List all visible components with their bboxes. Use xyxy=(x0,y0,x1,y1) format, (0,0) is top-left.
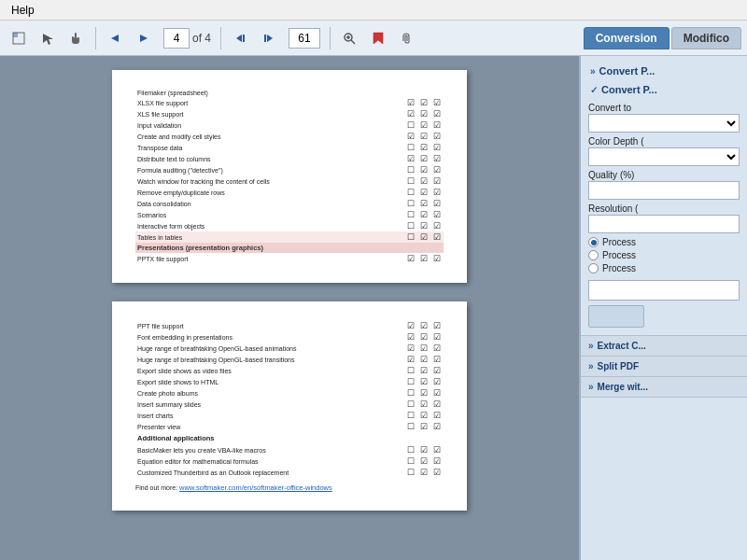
chevron-check-icon: ✓ xyxy=(590,85,598,95)
split-label: Split PDF xyxy=(598,361,639,371)
page-count-input[interactable]: 61 xyxy=(289,28,320,49)
toolbar-sep-3 xyxy=(330,27,331,49)
conversion-tab[interactable]: Conversion xyxy=(584,27,669,49)
chevron-down-icon-1: » xyxy=(590,66,596,77)
process-label-3: Process xyxy=(602,263,636,273)
table-row: Presenter view ☐ ☑ ☑ xyxy=(135,421,444,432)
menu-bar: Help xyxy=(0,0,747,21)
extract-label: Extract C... xyxy=(598,341,646,351)
softmaker-link[interactable]: www.softmaker.com/en/softmaker-office-wi… xyxy=(179,483,332,492)
next-page-button[interactable] xyxy=(131,25,157,51)
table-row: Input validation ☐ ☑ ☑ xyxy=(135,119,444,131)
quality-label: Quality (%) xyxy=(588,170,740,180)
table-row: Insert charts ☐ ☑ ☑ xyxy=(135,410,444,421)
svg-marker-2 xyxy=(43,34,53,45)
right-panel: » Convert P... ✓ Convert P... Convert to… xyxy=(579,56,747,560)
svg-marker-5 xyxy=(236,35,242,42)
radio-dot-1 xyxy=(588,237,599,247)
convert-to-label: Convert to xyxy=(588,103,740,113)
table-row: Export slide shows to HTML ☐ ☑ ☑ xyxy=(135,376,444,387)
convert-to-select[interactable] xyxy=(588,114,740,133)
table-row: Watch window for tracking the content of… xyxy=(135,175,444,187)
extract-section: » Extract C... xyxy=(581,336,747,357)
split-pdf-section: » Split PDF xyxy=(581,357,747,377)
page-2-table: PPT file support ☑ ☑ ☑ Font embedding in… xyxy=(135,320,444,478)
process-text-input[interactable] xyxy=(588,280,740,301)
table-row: XLS file support ☑ ☑ ☑ xyxy=(135,108,444,119)
extract-arrows-icon: » xyxy=(588,341,594,351)
table-row: Export slide shows as video files ☐ ☑ ☑ xyxy=(135,365,444,376)
cursor-button[interactable] xyxy=(35,25,61,51)
radio-dot-3 xyxy=(588,263,599,273)
split-header[interactable]: » Split PDF xyxy=(581,357,747,376)
table-row: PPT file support ☑ ☑ ☑ xyxy=(135,320,444,331)
zoom-button[interactable] xyxy=(336,25,362,51)
page-1: Filemaker (spreadsheet) XLSX file suppor… xyxy=(112,70,467,283)
bookmark-button[interactable] xyxy=(365,25,391,51)
table-row: XLSX file support ☑ ☑ ☑ xyxy=(135,97,444,108)
page-1-table: Filemaker (spreadsheet) XLSX file suppor… xyxy=(135,89,444,264)
process-radio-3[interactable]: Process xyxy=(588,263,740,273)
page-nav: 4 of 4 xyxy=(163,28,211,49)
toolbar-sep-1 xyxy=(95,27,96,49)
quality-input[interactable] xyxy=(588,181,740,200)
process-radio-1[interactable]: Process xyxy=(588,237,740,247)
svg-marker-3 xyxy=(111,35,119,42)
radio-dot-2 xyxy=(588,250,599,260)
main-area: Filemaker (spreadsheet) XLSX file suppor… xyxy=(0,56,747,560)
section-header: Additional applications xyxy=(135,432,444,444)
table-row: Customized Thunderbird as an Outlook rep… xyxy=(135,467,444,478)
table-row: Huge range of breathtaking OpenGL-based … xyxy=(135,354,444,365)
toolbar-sep-2 xyxy=(220,27,221,49)
page-nav-2: 61 xyxy=(289,28,320,49)
merge-label: Merge wit... xyxy=(598,382,648,392)
table-row: BasicMaker lets you create VBA-like macr… xyxy=(135,444,444,455)
table-row: Formula auditing ("detective") ☐ ☑ ☑ xyxy=(135,164,444,175)
toolbar: 4 of 4 61 Conversion Modifico xyxy=(0,21,747,56)
tab-buttons: Conversion Modifico xyxy=(584,27,741,49)
table-row: PPTX file support ☑ ☑ ☑ xyxy=(135,253,444,264)
color-depth-select[interactable] xyxy=(588,147,740,166)
merge-header[interactable]: » Merge wit... xyxy=(581,377,747,397)
resolution-label: Resolution ( xyxy=(588,203,740,214)
svg-rect-1 xyxy=(13,33,18,37)
page-of-label: of 4 xyxy=(192,32,211,45)
doc-area[interactable]: Filemaker (spreadsheet) XLSX file suppor… xyxy=(0,56,579,560)
convert-pdf-label-1: Convert P... xyxy=(599,65,655,77)
table-row: Huge range of breathtaking OpenGL-based … xyxy=(135,343,444,354)
svg-marker-7 xyxy=(267,35,273,42)
process-radio-group: Process Process Process xyxy=(588,237,740,273)
convert-pdf-header-2[interactable]: ✓ Convert P... xyxy=(588,80,740,99)
table-row: Filemaker (spreadsheet) xyxy=(135,89,444,97)
table-row: Create photo albums ☐ ☑ ☑ xyxy=(135,387,444,399)
merge-section: » Merge wit... xyxy=(581,377,747,398)
convert-pdf-header-1[interactable]: » Convert P... xyxy=(588,62,740,80)
process-btn[interactable] xyxy=(588,305,644,328)
process-label-1: Process xyxy=(602,237,636,247)
paperclip-button[interactable] xyxy=(394,25,420,51)
svg-marker-13 xyxy=(374,33,383,44)
process-label-2: Process xyxy=(602,250,636,260)
modification-tab[interactable]: Modifico xyxy=(671,27,741,49)
select-tool-button[interactable] xyxy=(6,25,32,51)
table-row: Remove empty/duplicate rows ☐ ☑ ☑ xyxy=(135,187,444,198)
last-page-button[interactable] xyxy=(256,25,282,51)
merge-arrows-icon: » xyxy=(588,382,594,392)
color-depth-label: Color Depth ( xyxy=(588,136,740,147)
svg-rect-6 xyxy=(243,35,245,42)
process-radio-2[interactable]: Process xyxy=(588,250,740,260)
convert-pdf-section: » Convert P... ✓ Convert P... Convert to… xyxy=(581,56,747,336)
table-row: Transpose data ☐ ☑ ☑ xyxy=(135,142,444,153)
page-input[interactable]: 4 xyxy=(163,28,190,49)
hand-tool-button[interactable] xyxy=(63,25,90,51)
resolution-input[interactable] xyxy=(588,215,740,233)
table-row: Tables in tables ☐ ☑ ☑ xyxy=(135,231,444,243)
first-page-button[interactable] xyxy=(227,25,253,51)
menu-help[interactable]: Help xyxy=(7,4,38,17)
table-row: Create and modify cell styles ☑ ☑ ☑ xyxy=(135,131,444,142)
prev-page-button[interactable] xyxy=(102,25,128,51)
table-row: Distribute text to columns ☑ ☑ ☑ xyxy=(135,153,444,164)
extract-header[interactable]: » Extract C... xyxy=(581,336,747,356)
table-row: Interactive form objects ☐ ☑ ☑ xyxy=(135,220,444,231)
convert-pdf-label-2: Convert P... xyxy=(601,84,657,95)
